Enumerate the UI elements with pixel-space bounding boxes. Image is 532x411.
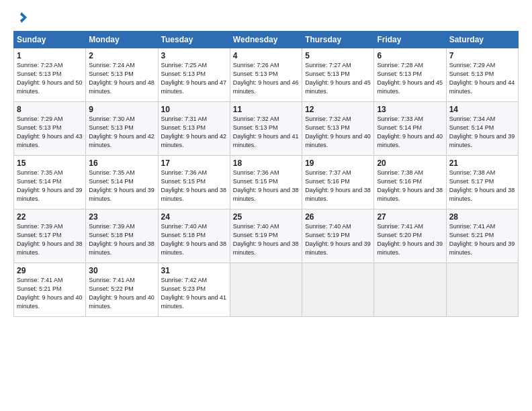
day-info: Sunrise: 7:39 AM Sunset: 5:18 PM Dayligh… [89,222,154,257]
day-number: 31 [161,266,227,275]
day-number: 28 [449,212,515,222]
day-number: 6 [377,51,443,60]
day-number: 30 [89,266,154,275]
day-info: Sunrise: 7:23 AM Sunset: 5:13 PM Dayligh… [17,61,83,96]
calendar-cell: 10Sunrise: 7:31 AM Sunset: 5:13 PM Dayli… [158,102,230,156]
day-number: 23 [89,212,154,222]
calendar-cell: 15Sunrise: 7:35 AM Sunset: 5:14 PM Dayli… [14,156,86,210]
calendar-page: SundayMondayTuesdayWednesdayThursdayFrid… [0,0,532,411]
day-number: 24 [161,212,227,222]
calendar-cell: 20Sunrise: 7:38 AM Sunset: 5:16 PM Dayli… [374,156,446,210]
calendar-cell: 18Sunrise: 7:36 AM Sunset: 5:15 PM Dayli… [230,156,302,210]
day-info: Sunrise: 7:26 AM Sunset: 5:13 PM Dayligh… [233,61,299,96]
week-row-1: 1Sunrise: 7:23 AM Sunset: 5:13 PM Daylig… [14,48,519,102]
day-number: 13 [377,105,443,114]
calendar-cell: 31Sunrise: 7:42 AM Sunset: 5:23 PM Dayli… [158,263,230,317]
day-number: 22 [17,212,83,222]
calendar-cell [374,263,446,317]
day-number: 1 [17,51,83,60]
day-info: Sunrise: 7:24 AM Sunset: 5:13 PM Dayligh… [89,61,154,96]
calendar-cell: 29Sunrise: 7:41 AM Sunset: 5:21 PM Dayli… [14,263,86,317]
calendar-cell: 6Sunrise: 7:28 AM Sunset: 5:13 PM Daylig… [374,48,446,102]
day-number: 26 [305,212,371,222]
weekday-header-sunday: Sunday [14,32,86,48]
calendar-cell: 8Sunrise: 7:29 AM Sunset: 5:13 PM Daylig… [14,102,86,156]
day-info: Sunrise: 7:25 AM Sunset: 5:13 PM Dayligh… [161,61,227,96]
calendar-cell: 30Sunrise: 7:41 AM Sunset: 5:22 PM Dayli… [86,263,158,317]
logo [13,11,28,24]
day-info: Sunrise: 7:30 AM Sunset: 5:13 PM Dayligh… [89,115,154,150]
day-info: Sunrise: 7:41 AM Sunset: 5:21 PM Dayligh… [17,276,83,311]
calendar-table: SundayMondayTuesdayWednesdayThursdayFrid… [13,31,519,317]
week-row-3: 15Sunrise: 7:35 AM Sunset: 5:14 PM Dayli… [14,156,519,210]
calendar-cell [230,263,302,317]
calendar-cell: 7Sunrise: 7:29 AM Sunset: 5:13 PM Daylig… [446,48,518,102]
day-info: Sunrise: 7:35 AM Sunset: 5:14 PM Dayligh… [17,169,83,203]
day-info: Sunrise: 7:37 AM Sunset: 5:16 PM Dayligh… [305,169,371,203]
day-number: 18 [233,158,299,168]
day-number: 9 [89,105,154,114]
day-info: Sunrise: 7:32 AM Sunset: 5:13 PM Dayligh… [233,115,299,150]
day-number: 2 [89,51,154,60]
header [13,11,519,24]
calendar-cell: 22Sunrise: 7:39 AM Sunset: 5:17 PM Dayli… [14,210,86,263]
calendar-cell [446,263,518,317]
calendar-cell [302,263,374,317]
day-info: Sunrise: 7:38 AM Sunset: 5:17 PM Dayligh… [449,169,515,203]
day-number: 7 [449,51,515,60]
calendar-cell: 16Sunrise: 7:35 AM Sunset: 5:14 PM Dayli… [86,156,158,210]
svg-marker-0 [20,12,27,23]
day-number: 19 [305,158,371,168]
week-row-2: 8Sunrise: 7:29 AM Sunset: 5:13 PM Daylig… [14,102,519,156]
day-info: Sunrise: 7:38 AM Sunset: 5:16 PM Dayligh… [377,169,443,203]
day-info: Sunrise: 7:41 AM Sunset: 5:20 PM Dayligh… [377,222,443,257]
calendar-cell: 21Sunrise: 7:38 AM Sunset: 5:17 PM Dayli… [446,156,518,210]
weekday-header-monday: Monday [86,32,158,48]
calendar-cell: 19Sunrise: 7:37 AM Sunset: 5:16 PM Dayli… [302,156,374,210]
calendar-cell: 26Sunrise: 7:40 AM Sunset: 5:19 PM Dayli… [302,210,374,263]
calendar-cell: 2Sunrise: 7:24 AM Sunset: 5:13 PM Daylig… [86,48,158,102]
calendar-cell: 13Sunrise: 7:33 AM Sunset: 5:14 PM Dayli… [374,102,446,156]
day-number: 10 [161,105,227,114]
day-info: Sunrise: 7:34 AM Sunset: 5:14 PM Dayligh… [449,115,515,150]
day-number: 5 [305,51,371,60]
day-number: 3 [161,51,227,60]
day-number: 21 [449,158,515,168]
day-info: Sunrise: 7:29 AM Sunset: 5:13 PM Dayligh… [17,115,83,150]
day-number: 16 [89,158,154,168]
day-number: 14 [449,105,515,114]
week-row-4: 22Sunrise: 7:39 AM Sunset: 5:17 PM Dayli… [14,210,519,263]
day-number: 27 [377,212,443,222]
day-number: 15 [17,158,83,168]
calendar-cell: 28Sunrise: 7:41 AM Sunset: 5:21 PM Dayli… [446,210,518,263]
day-number: 17 [161,158,227,168]
calendar-cell: 12Sunrise: 7:32 AM Sunset: 5:13 PM Dayli… [302,102,374,156]
day-info: Sunrise: 7:40 AM Sunset: 5:19 PM Dayligh… [233,222,299,257]
calendar-cell: 3Sunrise: 7:25 AM Sunset: 5:13 PM Daylig… [158,48,230,102]
calendar-cell: 14Sunrise: 7:34 AM Sunset: 5:14 PM Dayli… [446,102,518,156]
week-row-5: 29Sunrise: 7:41 AM Sunset: 5:21 PM Dayli… [14,263,519,317]
weekday-header-row: SundayMondayTuesdayWednesdayThursdayFrid… [14,32,519,48]
day-info: Sunrise: 7:39 AM Sunset: 5:17 PM Dayligh… [17,222,83,257]
calendar-cell: 17Sunrise: 7:36 AM Sunset: 5:15 PM Dayli… [158,156,230,210]
day-info: Sunrise: 7:36 AM Sunset: 5:15 PM Dayligh… [233,169,299,203]
day-info: Sunrise: 7:40 AM Sunset: 5:18 PM Dayligh… [161,222,227,257]
weekday-header-tuesday: Tuesday [158,32,230,48]
day-number: 29 [17,266,83,275]
weekday-header-wednesday: Wednesday [230,32,302,48]
calendar-cell: 23Sunrise: 7:39 AM Sunset: 5:18 PM Dayli… [86,210,158,263]
calendar-cell: 9Sunrise: 7:30 AM Sunset: 5:13 PM Daylig… [86,102,158,156]
day-number: 11 [233,105,299,114]
day-info: Sunrise: 7:42 AM Sunset: 5:23 PM Dayligh… [161,276,227,311]
weekday-header-saturday: Saturday [446,32,518,48]
calendar-cell: 4Sunrise: 7:26 AM Sunset: 5:13 PM Daylig… [230,48,302,102]
calendar-cell: 24Sunrise: 7:40 AM Sunset: 5:18 PM Dayli… [158,210,230,263]
weekday-header-thursday: Thursday [302,32,374,48]
day-number: 20 [377,158,443,168]
day-info: Sunrise: 7:28 AM Sunset: 5:13 PM Dayligh… [377,61,443,96]
calendar-cell: 5Sunrise: 7:27 AM Sunset: 5:13 PM Daylig… [302,48,374,102]
day-info: Sunrise: 7:41 AM Sunset: 5:21 PM Dayligh… [449,222,515,257]
calendar-cell: 1Sunrise: 7:23 AM Sunset: 5:13 PM Daylig… [14,48,86,102]
day-info: Sunrise: 7:36 AM Sunset: 5:15 PM Dayligh… [161,169,227,203]
day-info: Sunrise: 7:35 AM Sunset: 5:14 PM Dayligh… [89,169,154,203]
